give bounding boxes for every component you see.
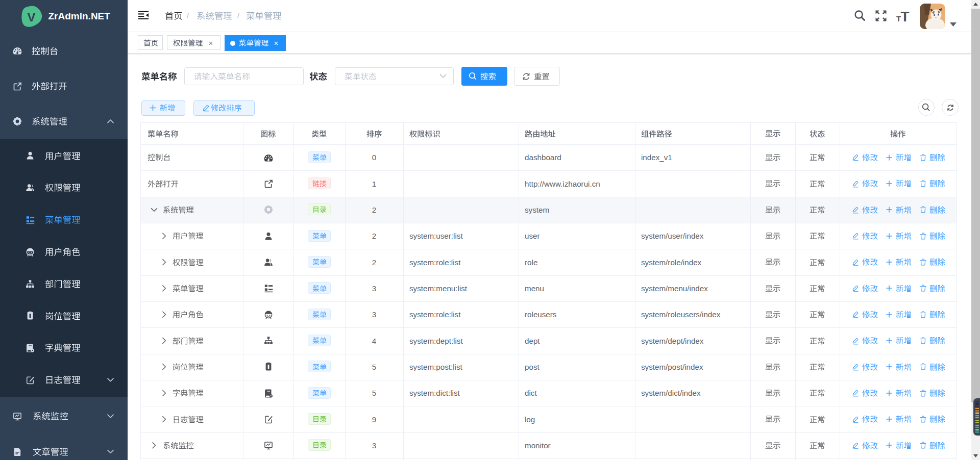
svg-text:V: V — [27, 10, 36, 24]
